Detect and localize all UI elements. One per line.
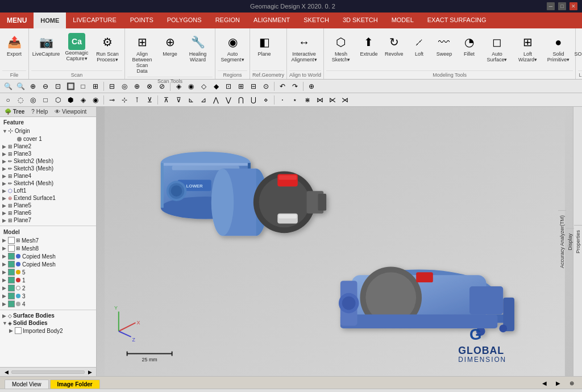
tb2-23[interactable]: ⋆	[289, 94, 301, 106]
tb2-2[interactable]: ◌	[15, 94, 26, 106]
prop-tab-properties[interactable]: Properties	[574, 225, 582, 258]
tree-item-copied-mesh-2[interactable]: ▶ Copied Mesh	[0, 260, 96, 268]
prop-tab-accuracy[interactable]: Accuracy Analyzer(TM)	[558, 210, 566, 273]
tb-undo[interactable]: ⊖	[40, 81, 51, 92]
ribbon-btn-fillet[interactable]: ◔ Fillet	[457, 31, 481, 60]
viewport[interactable]: LOWER	[97, 107, 573, 376]
tb-view2[interactable]: □	[77, 81, 89, 92]
ribbon-btn-interactive[interactable]: ↔ Interactive Alignment▾	[289, 31, 319, 65]
tb2-12[interactable]: ⊻	[144, 94, 155, 106]
ribbon-btn-extrude[interactable]: ⬆ Extrude	[357, 31, 381, 60]
checkbox-2[interactable]	[8, 285, 15, 291]
ribbon-btn-runscan[interactable]: ⚙ Run Scan Process▾	[93, 31, 122, 65]
tb-t5[interactable]: ⊡	[223, 81, 234, 92]
tree-item-copied-mesh-1[interactable]: ▶ Copied Mesh	[0, 252, 96, 260]
tree-item-5[interactable]: ▶ 5	[0, 268, 96, 276]
expand-sketch3[interactable]: ▶	[2, 166, 8, 172]
tree-item-plane5[interactable]: ▶ ⊞ Plane5	[0, 202, 96, 209]
tb-v3[interactable]: ⊕	[131, 81, 143, 92]
expand-copied1[interactable]: ▶	[2, 253, 8, 259]
tree-item-plane7[interactable]: ▶ ⊞ Plane7	[0, 216, 96, 224]
tree-item-cover1[interactable]: cover 1	[0, 135, 96, 143]
expand-plane2[interactable]: ▶	[2, 144, 8, 149]
tb2-3[interactable]: ◎	[27, 94, 39, 106]
viewport-opts[interactable]: ⊕	[566, 377, 577, 389]
expand-imported[interactable]: ▶	[9, 328, 15, 333]
tab-exact-surfacing[interactable]: EXACT SURFACING	[421, 12, 493, 28]
expand-plane5[interactable]: ▶	[2, 203, 8, 208]
tab-image-folder[interactable]: Image Folder	[50, 380, 100, 389]
tree-item-sketch3[interactable]: ▶ ✏ Sketch3 (Mesh)	[0, 165, 96, 172]
tb2-4[interactable]: □	[40, 94, 51, 106]
tb-v1[interactable]: ⊟	[106, 81, 118, 92]
tb2-18[interactable]: ⋁	[223, 94, 234, 106]
checkbox-mesh8[interactable]	[8, 245, 15, 252]
minimize-button[interactable]: ─	[547, 2, 555, 10]
tb2-9[interactable]: ⊸	[106, 94, 118, 106]
tree-tab-viewpoint[interactable]: 👁 Viewpoint	[52, 108, 89, 115]
tree-item-extend[interactable]: ▶ ⊕ Extend Surface1	[0, 194, 96, 202]
expand-copied2[interactable]: ▶	[2, 261, 8, 267]
tree-item-loft1[interactable]: ▶ ⬡ Loft1	[0, 187, 96, 194]
tree-item-3[interactable]: ▶ 3	[0, 292, 96, 300]
window-controls[interactable]: ─ □ ✕	[547, 2, 577, 10]
expand-sketch2[interactable]: ▶	[2, 159, 8, 164]
tab-livecapture[interactable]: LIVECAPTURE	[66, 12, 123, 28]
tree-item-sketch2[interactable]: ▶ ✏ Sketch2 (Mesh)	[0, 157, 96, 165]
tb-t1[interactable]: ◈	[173, 81, 184, 92]
expand-sketch4[interactable]: ▶	[2, 181, 8, 186]
tab-polygons[interactable]: POLYGONS	[160, 12, 209, 28]
prop-tab-display[interactable]: Display	[566, 228, 574, 255]
tree-item-4[interactable]: ▶ 4	[0, 300, 96, 308]
tb-redo[interactable]: ⊡	[52, 81, 64, 92]
tb2-13[interactable]: ⊼	[160, 94, 172, 106]
tb2-27[interactable]: ⋊	[339, 94, 351, 106]
tb2-19[interactable]: ⋂	[235, 94, 247, 106]
tree-item-mesh8[interactable]: ▶ ⊞ Mesh8	[0, 244, 96, 252]
ribbon-btn-livecapture[interactable]: 📷 LiveCapture	[31, 31, 61, 60]
tb2-20[interactable]: ⋃	[248, 94, 259, 106]
expand-1[interactable]: ▶	[2, 277, 8, 283]
maximize-button[interactable]: □	[558, 2, 566, 10]
ribbon-btn-align[interactable]: ⊞ Align Between Scan Data	[127, 31, 157, 77]
tree-item-imported-body2[interactable]: ▶ Imported Body2	[0, 327, 96, 335]
ribbon-btn-geomagic[interactable]: Ca Geomagic Capture▾	[62, 31, 92, 64]
tb-m1[interactable]: ↶	[277, 81, 288, 92]
tree-item-2[interactable]: ▶ 2	[0, 284, 96, 292]
ribbon-btn-autosurf[interactable]: ◻ Auto Surface▾	[482, 31, 512, 65]
tab-region[interactable]: REGION	[209, 12, 247, 28]
tree-item-plane6[interactable]: ▶ ⊞ Plane6	[0, 209, 96, 216]
tb2-10[interactable]: ⊹	[119, 94, 130, 106]
tree-item-1[interactable]: ▶ 1	[0, 276, 96, 284]
ribbon-btn-merge[interactable]: ⊕ Merge	[158, 31, 182, 60]
ribbon-btn-solidprim[interactable]: ● Solid Primitive▾	[543, 31, 573, 65]
tab-home[interactable]: HOME	[34, 12, 66, 28]
tb-v5[interactable]: ⊘	[156, 81, 168, 92]
tb-new[interactable]: 🔍	[2, 81, 14, 92]
checkbox-4[interactable]	[8, 301, 15, 307]
tb-t6[interactable]: ⊞	[235, 81, 247, 92]
tb2-7[interactable]: ◈	[77, 94, 89, 106]
tab-model-view[interactable]: Model View	[5, 380, 49, 389]
tree-tab-help[interactable]: ? Help	[29, 108, 50, 115]
tb2-14[interactable]: ⊽	[173, 94, 184, 106]
expand-surfbodies[interactable]: ▶	[2, 313, 8, 319]
viewport-next[interactable]: ▶	[552, 377, 564, 389]
expand-plane7[interactable]: ▶	[2, 218, 8, 223]
tb-t4[interactable]: ◆	[210, 81, 222, 92]
tb-view1[interactable]: 🔲	[65, 81, 76, 92]
tb2-11[interactable]: ⊺	[131, 94, 143, 106]
expand-solidbodies[interactable]: ▼	[2, 320, 8, 326]
tree-scroll-left[interactable]: ◀	[2, 368, 10, 376]
expand-plane3[interactable]: ▶	[2, 151, 8, 157]
expand-2[interactable]: ▶	[2, 285, 8, 291]
expand-mesh8[interactable]: ▶	[2, 245, 8, 251]
tb2-24[interactable]: ⋇	[302, 94, 313, 106]
tree-item-plane4[interactable]: ▶ ⊞ Plane4	[0, 172, 96, 180]
ribbon-btn-solidworks[interactable]: SW SOLIDWORKS▾	[578, 31, 582, 60]
checkbox-3[interactable]	[8, 293, 15, 299]
ribbon-btn-mesh[interactable]: ⬡ Mesh Sketch▾	[326, 31, 356, 65]
tb2-17[interactable]: ⋀	[210, 94, 222, 106]
tree-item-mesh7[interactable]: ▶ ⊞ Mesh7	[0, 236, 96, 244]
expand-3[interactable]: ▶	[2, 293, 8, 299]
